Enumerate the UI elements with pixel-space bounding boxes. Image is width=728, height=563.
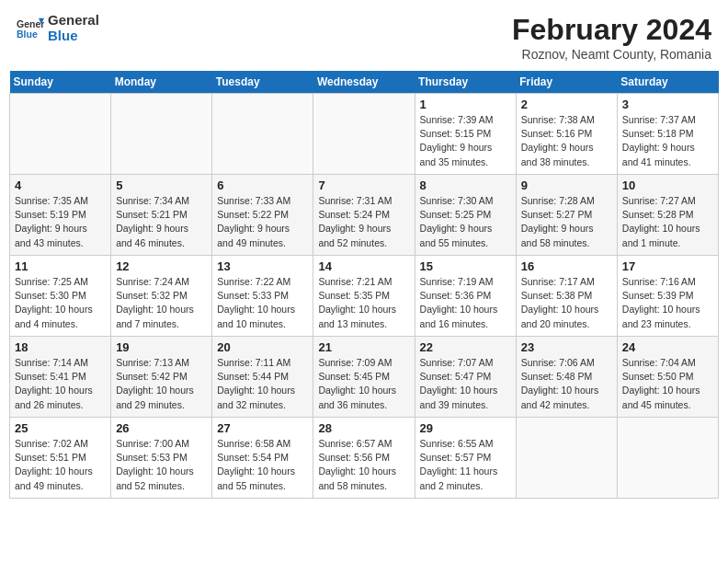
calendar-week-3: 11Sunrise: 7:25 AM Sunset: 5:30 PM Dayli…	[10, 256, 719, 337]
day-number: 29	[420, 421, 511, 435]
calendar-cell: 29Sunrise: 6:55 AM Sunset: 5:57 PM Dayli…	[415, 418, 516, 499]
calendar-header: SundayMondayTuesdayWednesdayThursdayFrid…	[10, 71, 719, 94]
calendar-cell: 11Sunrise: 7:25 AM Sunset: 5:30 PM Dayli…	[10, 256, 111, 337]
day-info: Sunrise: 7:30 AM Sunset: 5:25 PM Dayligh…	[420, 194, 511, 250]
day-number: 5	[116, 178, 207, 192]
title-block: February 2024 Roznov, Neamt County, Roma…	[512, 13, 711, 62]
day-number: 13	[217, 259, 308, 273]
day-info: Sunrise: 7:14 AM Sunset: 5:41 PM Dayligh…	[15, 356, 106, 412]
svg-text:Blue: Blue	[17, 28, 38, 39]
day-number: 22	[420, 340, 511, 354]
logo-general: General	[48, 13, 99, 29]
day-number: 28	[318, 421, 409, 435]
calendar-cell	[617, 418, 718, 499]
day-info: Sunrise: 7:07 AM Sunset: 5:47 PM Dayligh…	[420, 356, 511, 412]
day-number: 25	[15, 421, 106, 435]
calendar-cell: 6Sunrise: 7:33 AM Sunset: 5:22 PM Daylig…	[212, 175, 313, 256]
calendar-cell	[212, 94, 313, 175]
weekday-header-thursday: Thursday	[415, 71, 516, 94]
day-info: Sunrise: 7:25 AM Sunset: 5:30 PM Dayligh…	[15, 275, 106, 331]
day-number: 14	[318, 259, 409, 273]
day-number: 2	[521, 98, 612, 111]
day-info: Sunrise: 7:39 AM Sunset: 5:15 PM Dayligh…	[420, 113, 511, 169]
calendar-cell: 1Sunrise: 7:39 AM Sunset: 5:15 PM Daylig…	[415, 94, 516, 175]
day-number: 8	[420, 178, 511, 192]
calendar-cell	[111, 94, 212, 175]
day-number: 12	[116, 259, 207, 273]
day-number: 20	[217, 340, 308, 354]
day-number: 3	[622, 98, 713, 111]
day-number: 1	[420, 98, 511, 111]
day-info: Sunrise: 7:38 AM Sunset: 5:16 PM Dayligh…	[521, 113, 612, 169]
calendar-cell: 22Sunrise: 7:07 AM Sunset: 5:47 PM Dayli…	[415, 337, 516, 418]
weekday-header-saturday: Saturday	[617, 71, 718, 94]
calendar-week-2: 4Sunrise: 7:35 AM Sunset: 5:19 PM Daylig…	[10, 175, 719, 256]
day-info: Sunrise: 7:34 AM Sunset: 5:21 PM Dayligh…	[116, 194, 207, 250]
calendar-week-4: 18Sunrise: 7:14 AM Sunset: 5:41 PM Dayli…	[10, 337, 719, 418]
day-number: 15	[420, 259, 511, 273]
day-number: 16	[521, 259, 612, 273]
day-info: Sunrise: 7:00 AM Sunset: 5:53 PM Dayligh…	[116, 437, 207, 493]
day-number: 26	[116, 421, 207, 435]
day-info: Sunrise: 7:09 AM Sunset: 5:45 PM Dayligh…	[318, 356, 409, 412]
day-number: 6	[217, 178, 308, 192]
day-info: Sunrise: 7:22 AM Sunset: 5:33 PM Dayligh…	[217, 275, 308, 331]
calendar-cell: 7Sunrise: 7:31 AM Sunset: 5:24 PM Daylig…	[313, 175, 415, 256]
calendar-title: February 2024	[512, 13, 711, 47]
day-info: Sunrise: 7:04 AM Sunset: 5:50 PM Dayligh…	[622, 356, 713, 412]
logo: General Blue General Blue	[17, 13, 99, 43]
calendar-cell: 20Sunrise: 7:11 AM Sunset: 5:44 PM Dayli…	[212, 337, 313, 418]
calendar-cell: 28Sunrise: 6:57 AM Sunset: 5:56 PM Dayli…	[313, 418, 415, 499]
day-info: Sunrise: 7:28 AM Sunset: 5:27 PM Dayligh…	[521, 194, 612, 250]
calendar-cell: 25Sunrise: 7:02 AM Sunset: 5:51 PM Dayli…	[10, 418, 111, 499]
day-info: Sunrise: 6:58 AM Sunset: 5:54 PM Dayligh…	[217, 437, 308, 493]
calendar-cell: 27Sunrise: 6:58 AM Sunset: 5:54 PM Dayli…	[212, 418, 313, 499]
calendar-cell: 13Sunrise: 7:22 AM Sunset: 5:33 PM Dayli…	[212, 256, 313, 337]
day-info: Sunrise: 7:13 AM Sunset: 5:42 PM Dayligh…	[116, 356, 207, 412]
calendar-cell	[10, 94, 111, 175]
day-info: Sunrise: 7:11 AM Sunset: 5:44 PM Dayligh…	[217, 356, 308, 412]
day-info: Sunrise: 7:16 AM Sunset: 5:39 PM Dayligh…	[622, 275, 713, 331]
calendar-cell: 5Sunrise: 7:34 AM Sunset: 5:21 PM Daylig…	[111, 175, 212, 256]
calendar-cell	[516, 418, 617, 499]
day-number: 11	[15, 259, 106, 273]
day-info: Sunrise: 7:17 AM Sunset: 5:38 PM Dayligh…	[521, 275, 612, 331]
day-info: Sunrise: 7:21 AM Sunset: 5:35 PM Dayligh…	[318, 275, 409, 331]
calendar-cell: 14Sunrise: 7:21 AM Sunset: 5:35 PM Dayli…	[313, 256, 415, 337]
calendar-cell: 26Sunrise: 7:00 AM Sunset: 5:53 PM Dayli…	[111, 418, 212, 499]
day-number: 19	[116, 340, 207, 354]
calendar-table: SundayMondayTuesdayWednesdayThursdayFrid…	[9, 71, 719, 499]
day-info: Sunrise: 7:19 AM Sunset: 5:36 PM Dayligh…	[420, 275, 511, 331]
day-number: 24	[622, 340, 713, 354]
logo-icon: General Blue	[17, 15, 44, 42]
weekday-header-friday: Friday	[516, 71, 617, 94]
day-number: 17	[622, 259, 713, 273]
day-number: 18	[15, 340, 106, 354]
day-number: 10	[622, 178, 713, 192]
logo-blue: Blue	[48, 29, 99, 44]
calendar-cell: 3Sunrise: 7:37 AM Sunset: 5:18 PM Daylig…	[617, 94, 718, 175]
calendar-cell: 17Sunrise: 7:16 AM Sunset: 5:39 PM Dayli…	[617, 256, 718, 337]
calendar-cell: 10Sunrise: 7:27 AM Sunset: 5:28 PM Dayli…	[617, 175, 718, 256]
page-header: General Blue General Blue February 2024 …	[9, 9, 719, 65]
day-number: 9	[521, 178, 612, 192]
day-info: Sunrise: 6:57 AM Sunset: 5:56 PM Dayligh…	[318, 437, 409, 493]
calendar-week-5: 25Sunrise: 7:02 AM Sunset: 5:51 PM Dayli…	[10, 418, 719, 499]
weekday-header-tuesday: Tuesday	[212, 71, 313, 94]
calendar-cell: 21Sunrise: 7:09 AM Sunset: 5:45 PM Dayli…	[313, 337, 415, 418]
calendar-cell: 9Sunrise: 7:28 AM Sunset: 5:27 PM Daylig…	[516, 175, 617, 256]
day-info: Sunrise: 7:37 AM Sunset: 5:18 PM Dayligh…	[622, 113, 713, 169]
day-info: Sunrise: 7:06 AM Sunset: 5:48 PM Dayligh…	[521, 356, 612, 412]
weekday-header-wednesday: Wednesday	[313, 71, 415, 94]
calendar-cell: 18Sunrise: 7:14 AM Sunset: 5:41 PM Dayli…	[10, 337, 111, 418]
day-number: 27	[217, 421, 308, 435]
calendar-cell: 4Sunrise: 7:35 AM Sunset: 5:19 PM Daylig…	[10, 175, 111, 256]
day-info: Sunrise: 7:31 AM Sunset: 5:24 PM Dayligh…	[318, 194, 409, 250]
day-number: 7	[318, 178, 409, 192]
calendar-cell: 15Sunrise: 7:19 AM Sunset: 5:36 PM Dayli…	[415, 256, 516, 337]
day-info: Sunrise: 7:33 AM Sunset: 5:22 PM Dayligh…	[217, 194, 308, 250]
day-number: 21	[318, 340, 409, 354]
day-number: 4	[15, 178, 106, 192]
calendar-cell: 2Sunrise: 7:38 AM Sunset: 5:16 PM Daylig…	[516, 94, 617, 175]
weekday-header-monday: Monday	[111, 71, 212, 94]
